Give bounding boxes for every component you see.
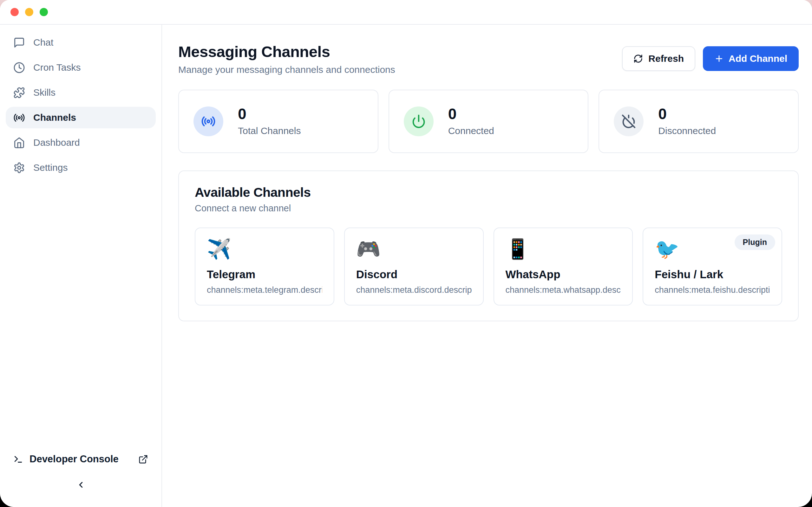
main-content: Messaging Channels Manage your messaging… [162,25,812,507]
gear-icon [13,162,25,174]
stat-value: 0 [448,107,494,122]
chevron-left-icon [76,480,86,490]
available-channels-section: Available Channels Connect a new channel… [178,170,799,321]
add-channel-button[interactable]: Add Channel [703,46,799,71]
channel-card-whatsapp[interactable]: 📱 WhatsApp channels:meta.whatsapp.descri… [494,228,633,305]
developer-console-link[interactable]: Developer Console [6,448,156,470]
stat-icon-wrap [404,107,434,136]
telegram-emoji-icon: ✈️ [207,238,322,260]
page-subtitle: Manage your messaging channels and conne… [178,64,395,75]
sidebar-item-label: Settings [33,162,67,173]
sidebar-item-label: Skills [33,87,55,98]
available-channels-title: Available Channels [195,185,782,200]
channel-name: WhatsApp [506,268,621,281]
close-button[interactable] [10,8,19,16]
sidebar-item-label: Channels [33,112,76,123]
stat-value: 0 [238,107,301,122]
discord-emoji-icon: 🎮 [356,238,472,260]
sidebar-item-label: Chat [33,37,53,48]
sidebar: Chat Cron Tasks Skills Channels Dashboar [0,25,162,507]
stat-icon-wrap [614,107,644,136]
sidebar-item-skills[interactable]: Skills [6,82,156,103]
plugin-badge: Plugin [734,234,775,250]
sidebar-item-dashboard[interactable]: Dashboard [6,132,156,153]
terminal-icon [13,454,23,464]
sidebar-item-cron-tasks[interactable]: Cron Tasks [6,57,156,78]
stat-icon-wrap [194,107,223,136]
header-actions: Refresh Add Channel [622,46,799,71]
plus-icon [714,54,724,63]
page-header: Messaging Channels Manage your messaging… [178,43,799,75]
refresh-icon [633,54,643,63]
stat-text: 0 Connected [448,107,494,136]
radio-icon [13,112,25,124]
puzzle-icon [13,87,25,99]
minimize-button[interactable] [25,8,33,16]
available-channels-subtitle: Connect a new channel [195,203,782,214]
traffic-lights [10,8,48,16]
channel-description: channels:meta.discord.descriptic [356,285,472,295]
sidebar-item-label: Cron Tasks [33,62,81,73]
page-header-titles: Messaging Channels Manage your messaging… [178,43,395,75]
stat-label: Connected [448,125,494,136]
stats-row: 0 Total Channels 0 Connected [178,90,799,153]
channel-description: channels:meta.whatsapp.descrip [506,285,621,295]
sidebar-item-settings[interactable]: Settings [6,157,156,178]
refresh-button[interactable]: Refresh [622,46,695,71]
stat-text: 0 Total Channels [238,107,301,136]
window-body: Chat Cron Tasks Skills Channels Dashboar [0,25,812,507]
channel-description: channels:meta.telegram.descript [207,285,322,295]
channel-name: Telegram [207,268,322,281]
whatsapp-emoji-icon: 📱 [506,238,621,260]
channel-name: Discord [356,268,472,281]
radio-icon [201,114,216,129]
channel-name: Feishu / Lark [655,268,770,281]
channel-description: channels:meta.feishu.description [655,285,770,295]
external-link-icon[interactable] [138,454,148,464]
power-off-icon [621,114,636,129]
zoom-button[interactable] [40,8,48,16]
power-icon [411,114,426,129]
channel-card-discord[interactable]: 🎮 Discord channels:meta.discord.descript… [344,228,484,305]
channels-row: ✈️ Telegram channels:meta.telegram.descr… [195,228,782,305]
sidebar-spacer [6,178,156,448]
stat-value: 0 [658,107,716,122]
page-title: Messaging Channels [178,43,395,61]
stat-card-connected: 0 Connected [389,90,589,153]
channel-card-feishu[interactable]: Plugin 🐦 Feishu / Lark channels:meta.fei… [643,228,782,305]
stat-label: Total Channels [238,125,301,136]
add-channel-button-label: Add Channel [728,53,787,64]
stat-label: Disconnected [658,125,716,136]
refresh-button-label: Refresh [648,53,684,64]
stat-card-disconnected: 0 Disconnected [599,90,799,153]
home-icon [13,137,25,149]
sidebar-nav: Chat Cron Tasks Skills Channels Dashboar [6,32,156,178]
sidebar-collapse-row [6,478,156,493]
channel-card-telegram[interactable]: ✈️ Telegram channels:meta.telegram.descr… [195,228,334,305]
title-bar [0,0,812,25]
sidebar-item-chat[interactable]: Chat [6,32,156,53]
collapse-sidebar-button[interactable] [72,478,90,493]
sidebar-item-label: Dashboard [33,137,80,148]
stat-card-total-channels: 0 Total Channels [178,90,378,153]
stat-text: 0 Disconnected [658,107,716,136]
sidebar-item-channels[interactable]: Channels [6,107,156,128]
app-window: Chat Cron Tasks Skills Channels Dashboar [0,0,812,507]
message-square-icon [13,37,25,49]
developer-console-label: Developer Console [30,453,132,465]
clock-icon [13,62,25,73]
